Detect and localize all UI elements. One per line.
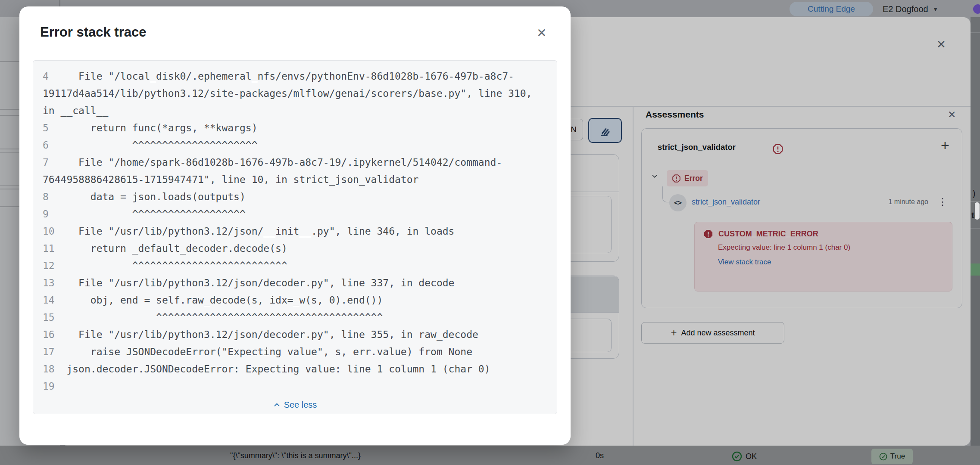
stack-line: 7 File "/home/spark-86d1028b-1676-497b-a… — [43, 154, 547, 188]
stack-line: 6 ^^^^^^^^^^^^^^^^^^^^^ — [43, 136, 547, 154]
stack-line: 11 return _default_decoder.decode(s) — [43, 240, 547, 257]
see-less-link[interactable]: See less — [43, 400, 547, 410]
stack-line: 13 File "/usr/lib/python3.12/json/decode… — [43, 274, 547, 291]
stack-line: 4 File "/local_disk0/.ephemeral_nfs/envs… — [43, 68, 547, 119]
stack-line: 10 File "/usr/lib/python3.12/json/__init… — [43, 223, 547, 240]
modal-close-button[interactable]: ✕ — [537, 27, 546, 39]
stack-line: 17 raise JSONDecodeError("Expecting valu… — [43, 343, 547, 360]
modal-title: Error stack trace — [40, 25, 146, 40]
scrollbar-thumb[interactable] — [975, 202, 980, 220]
stack-line: 16 File "/usr/lib/python3.12/json/decode… — [43, 326, 547, 343]
stack-line: 5 return func(*args, **kwargs) — [43, 119, 547, 136]
stack-line: 12 ^^^^^^^^^^^^^^^^^^^^^^^^^^ — [43, 257, 547, 274]
error-stack-trace-modal: Error stack trace ✕ 4 File "/local_disk0… — [19, 6, 571, 445]
stack-trace-codeblock[interactable]: 4 File "/local_disk0/.ephemeral_nfs/envs… — [33, 60, 557, 414]
stack-line: 19 — [43, 378, 547, 395]
stack-line: 14 obj, end = self.raw_decode(s, idx=_w(… — [43, 291, 547, 309]
stack-line: 8 data = json.loads(outputs) — [43, 188, 547, 205]
screenshot-stage: Cutting Edge E2 Dogfood ▼ ) to "{\"summa… — [0, 0, 980, 465]
stack-line: 18 json.decoder.JSONDecodeError: Expecti… — [43, 360, 547, 378]
chevron-up-icon — [273, 401, 281, 409]
stack-trace-lines: 4 File "/local_disk0/.ephemeral_nfs/envs… — [43, 68, 547, 395]
stack-line: 9 ^^^^^^^^^^^^^^^^^^^ — [43, 205, 547, 223]
stack-line: 15 ^^^^^^^^^^^^^^^^^^^^^^^^^^^^^^^^^^^^^… — [43, 309, 547, 326]
